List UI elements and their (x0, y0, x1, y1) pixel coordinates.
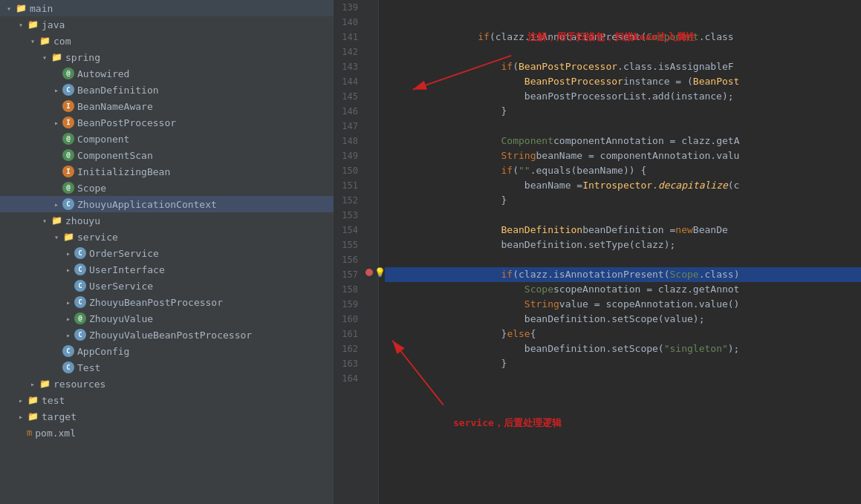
icon-zhouyuvalue: @ (74, 312, 86, 324)
icon-zhouyuapplicationcontext: C (62, 198, 74, 210)
tree-item-resources[interactable]: resources (0, 376, 334, 392)
code-line-148: Component componentAnnotation = clazz.ge… (385, 134, 861, 148)
tree-label-zhouyubeanpostprocessor: ZhouyuBeanPostProcessor (89, 297, 223, 308)
tree-item-com[interactable]: com (0, 33, 334, 49)
tree-label-component: Component (77, 134, 129, 145)
code-line-150: if ( "" .equals(beanName)) { (385, 163, 861, 178)
line-num-156: 156 (334, 252, 358, 267)
arrow-service (51, 233, 62, 241)
line-num-148: 148 (334, 134, 358, 148)
code-line-161: } else { (385, 327, 861, 341)
tree-label-resources: resources (53, 379, 105, 390)
tree-item-scope[interactable]: @ Scope (0, 180, 334, 196)
line-num-164: 164 (334, 371, 358, 386)
line-num-142: 142 (334, 45, 358, 59)
tree-item-initializingbean[interactable]: I InitializingBean (0, 163, 334, 180)
code-content: 139 140 141 142 143 144 145 146 147 148 … (334, 0, 861, 504)
code-editor: 139 140 141 142 143 144 145 146 147 148 … (334, 0, 861, 504)
tree-label-appconfig: AppConfig (77, 346, 129, 357)
tree-label-userservice: UserService (89, 281, 153, 292)
code-line-147 (385, 119, 861, 134)
annotation-text-2: service，后置处理逻辑 (453, 416, 562, 431)
arrow-zhouyubeanpostprocessor (62, 298, 74, 307)
line-num-144: 144 (334, 74, 358, 89)
tree-label-zhouyuvalue: ZhouyuValue (89, 313, 153, 324)
tree-item-main[interactable]: main (0, 0, 334, 16)
line-num-162: 162 (334, 341, 358, 356)
file-tree[interactable]: main java com spring @ Autowired C BeanD… (0, 0, 334, 504)
folder-icon-resources (39, 378, 51, 390)
line-num-153: 153 (334, 208, 358, 223)
tree-label-spring: spring (65, 52, 100, 63)
tree-item-appconfig[interactable]: C AppConfig (0, 343, 334, 359)
tree-item-zhouyuapplicationcontext[interactable]: C ZhouyuApplicationContext (0, 196, 334, 212)
folder-icon-main (15, 2, 27, 14)
line-num-163: 163 (334, 356, 358, 371)
code-line-149: String beanName = componentAnnotation.va… (385, 148, 861, 163)
tree-item-zhouyuvalue[interactable]: @ ZhouyuValue (0, 310, 334, 327)
tree-item-target[interactable]: target (0, 408, 334, 425)
tree-label-componentscan: ComponentScan (77, 150, 153, 161)
tree-label-initializingbean: InitializingBean (77, 166, 170, 177)
code-lines-area[interactable]: if (clazz.isAnnotationPresent( Component… (379, 0, 861, 504)
line-num-150: 150 (334, 163, 358, 178)
tree-label-scope: Scope (77, 183, 106, 194)
tree-item-beandefinition[interactable]: C BeanDefinition (0, 82, 334, 98)
icon-userinterface: C (74, 264, 86, 275)
tree-item-autowired[interactable]: @ Autowired (0, 65, 334, 82)
tree-item-pomxml[interactable]: m pom.xml (0, 425, 334, 441)
tree-label-beannameaware: BeanNameAware (77, 101, 153, 112)
tree-item-test[interactable]: test (0, 392, 334, 408)
line-num-158: 158 (334, 282, 358, 297)
tree-item-beannameaware[interactable]: I BeanNameAware (0, 98, 334, 114)
code-line-156 (385, 252, 861, 267)
line-numbers: 139 140 141 142 143 144 145 146 147 148 … (334, 0, 364, 504)
tree-item-zhouyuvaluebeanpostprocessor[interactable]: C ZhouyuValueBeanPostProcessor (0, 327, 334, 343)
tree-item-spring[interactable]: spring (0, 49, 334, 65)
arrow-beanpostprocessor (51, 119, 62, 127)
arrow-orderservice (62, 249, 74, 258)
icon-test-class: C (62, 361, 74, 373)
tree-item-component[interactable]: @ Component (0, 131, 334, 147)
code-line-145: beanPostProcessorList.add(instance); (385, 89, 861, 104)
line-num-154: 154 (334, 223, 358, 238)
line-num-143: 143 (334, 59, 358, 74)
icon-userservice: C (74, 280, 86, 292)
code-line-146: } (385, 104, 861, 119)
arrow-main (3, 4, 15, 13)
line-num-145: 145 (334, 89, 358, 104)
line-num-152: 152 (334, 193, 358, 208)
tree-item-componentscan[interactable]: @ ComponentScan (0, 147, 334, 163)
code-line-140 (385, 15, 861, 30)
tree-label-java: java (42, 19, 65, 30)
line-num-151: 151 (334, 178, 358, 193)
tree-item-zhouyubeanpostprocessor[interactable]: C ZhouyuBeanPostProcessor (0, 294, 334, 310)
tree-item-java[interactable]: java (0, 16, 334, 33)
arrow-test (15, 396, 27, 405)
icon-orderservice: C (74, 247, 86, 259)
tree-item-test-class[interactable]: C Test (0, 359, 334, 376)
tree-label-com: com (53, 36, 71, 47)
arrow-zhouyuvalue (62, 315, 74, 323)
tree-item-service[interactable]: service (0, 229, 334, 245)
icon-zhouyuvaluebeanpostprocessor: C (74, 329, 86, 341)
code-line-142 (385, 45, 861, 59)
tree-item-userinterface[interactable]: C UserInterface (0, 261, 334, 278)
arrow-com (27, 37, 39, 45)
tree-label-userinterface: UserInterface (89, 264, 165, 275)
tree-item-zhouyu[interactable]: zhouyu (0, 212, 334, 229)
tree-item-beanpostprocessor[interactable]: I BeanPostProcessor (0, 114, 334, 131)
tree-label-pomxml: pom.xml (35, 428, 76, 439)
arrow-beandefinition (51, 86, 62, 94)
icon-beannameaware: I (62, 100, 74, 112)
tree-item-userservice[interactable]: C UserService (0, 278, 334, 294)
tree-item-orderservice[interactable]: C OrderService (0, 245, 334, 261)
line-num-159: 159 (334, 297, 358, 312)
folder-icon-service (62, 231, 74, 243)
code-line-164 (385, 371, 861, 386)
code-line-154: BeanDefinition beanDefinition = new Bean… (385, 223, 861, 238)
line-num-157: 157 (334, 267, 358, 282)
line-num-140: 140 (334, 15, 358, 30)
arrow-zhouyuvaluebeanpostprocessor (62, 331, 74, 339)
code-line-158: Scope scopeAnnotation = clazz.getAnnot (385, 282, 861, 297)
